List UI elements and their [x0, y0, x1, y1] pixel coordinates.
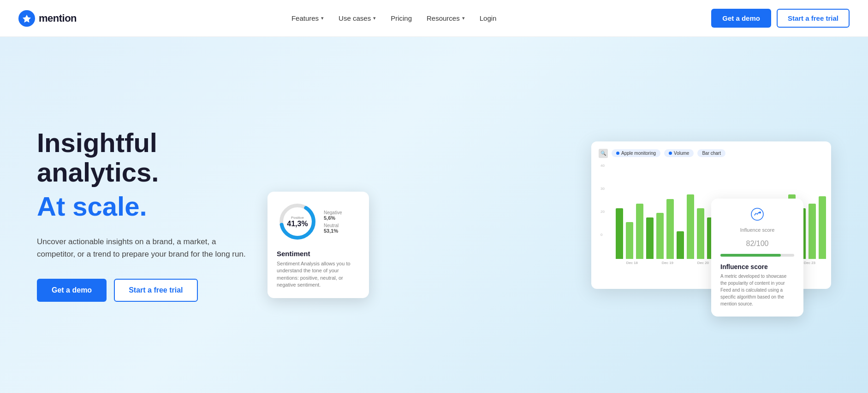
chart-bar: [809, 204, 816, 259]
sentiment-donut-area: Positive 41,3% Negative 5,6% Neutral 53,…: [277, 201, 360, 242]
chart-bar: [626, 222, 633, 259]
chart-bar: [819, 196, 826, 259]
pill-label-3: Bar chart: [702, 151, 721, 156]
influence-score-suffix: /100: [754, 240, 768, 247]
neutral-label: Neutral: [324, 223, 339, 228]
volume-pill: Volume: [664, 149, 694, 157]
influence-bar-fill: [720, 254, 781, 257]
x-axis-label: Dec 19: [651, 261, 684, 265]
svg-marker-0: [23, 15, 31, 23]
pill-label-2: Volume: [674, 151, 689, 156]
nav-item-login[interactable]: Login: [480, 14, 497, 22]
chevron-down-icon: ▾: [321, 15, 324, 21]
donut-positive-value: 41,3%: [287, 219, 308, 228]
logo-text: mention: [39, 12, 77, 24]
monitoring-pill: Apple monitoring: [612, 149, 660, 157]
logo-icon: [18, 10, 35, 27]
nav-login-link[interactable]: Login: [480, 14, 497, 22]
influence-card-title: Influence score: [720, 263, 794, 270]
influence-bar-background: [720, 254, 794, 257]
chevron-down-icon: ▾: [462, 15, 465, 21]
chart-bar: [697, 208, 704, 259]
nav-features-link[interactable]: Features ▾: [291, 14, 324, 22]
nav-item-features[interactable]: Features ▾: [291, 14, 324, 22]
influence-score-card: Influence score 82/100 Influence score A…: [711, 199, 803, 317]
chart-bar: [666, 199, 674, 259]
negative-stat: Negative 5,6%: [324, 210, 342, 221]
navbar: mention Features ▾ Use cases ▾ Pricing R…: [0, 0, 868, 37]
sentiment-card: Positive 41,3% Negative 5,6% Neutral 53,…: [268, 192, 369, 298]
negative-value: 5,6%: [324, 215, 335, 221]
chart-bar: [656, 213, 664, 259]
influence-score-label: Influence score: [720, 227, 794, 233]
sentiment-donut-chart: Positive 41,3%: [277, 201, 318, 242]
pill-dot: [616, 152, 619, 155]
chart-bar: [636, 204, 643, 259]
influence-score-number: 82: [746, 240, 755, 247]
neutral-value: 53,1%: [324, 228, 338, 234]
logo-link[interactable]: mention: [18, 10, 77, 27]
hero-content-left: Insightful analytics. At scale. Uncover …: [37, 128, 277, 302]
chart-bar: [616, 208, 623, 259]
chevron-down-icon: ▾: [373, 15, 376, 21]
nav-item-pricing[interactable]: Pricing: [391, 14, 412, 22]
pill-label: Apple monitoring: [621, 151, 656, 156]
chart-type-pill: Bar chart: [697, 149, 725, 157]
nav-use-cases-link[interactable]: Use cases ▾: [339, 14, 376, 22]
neutral-stat: Neutral 53,1%: [324, 223, 342, 234]
x-axis-label: Dec 18: [616, 261, 648, 265]
donut-positive-label: Positive: [287, 215, 308, 219]
influence-icon: [720, 208, 794, 223]
hero-headline-1: Insightful analytics.: [37, 128, 277, 187]
hero-headline-2: At scale.: [37, 190, 277, 223]
svg-point-4: [759, 211, 761, 213]
hero-get-demo-button[interactable]: Get a demo: [37, 279, 107, 302]
hero-section: Insightful analytics. At scale. Uncover …: [0, 37, 868, 393]
hero-start-trial-button[interactable]: Start a free trial: [114, 279, 197, 302]
donut-center-label: Positive 41,3%: [287, 215, 308, 228]
hero-cta-buttons: Get a demo Start a free trial: [37, 279, 277, 302]
nav-links: Features ▾ Use cases ▾ Pricing Resources…: [291, 14, 497, 22]
influence-score-value: 82/100: [720, 235, 794, 249]
chart-bar: [687, 194, 694, 259]
nav-buttons: Get a demo Start a free trial: [711, 9, 850, 28]
nav-get-demo-button[interactable]: Get a demo: [711, 9, 771, 28]
chart-bar: [677, 231, 684, 259]
pill-dot-2: [669, 152, 672, 155]
sentiment-stats: Negative 5,6% Neutral 53,1%: [324, 210, 342, 234]
nav-resources-link[interactable]: Resources ▾: [427, 14, 465, 22]
sentiment-card-description: Sentiment Analysis allows you to underst…: [277, 260, 360, 289]
y-axis-labels: 40 30 20 0: [599, 164, 606, 237]
hero-subtext: Uncover actionable insights on a brand, …: [37, 235, 249, 260]
nav-start-trial-button[interactable]: Start a free trial: [777, 9, 850, 28]
nav-item-use-cases[interactable]: Use cases ▾: [339, 14, 376, 22]
dashboard-toolbar: 🔍 Apple monitoring Volume Bar chart: [599, 149, 824, 158]
influence-card-description: A metric developed to showcase the popul…: [720, 273, 794, 307]
nav-pricing-link[interactable]: Pricing: [391, 14, 412, 22]
chart-bar: [646, 217, 654, 259]
search-icon: 🔍: [599, 149, 608, 158]
nav-item-resources[interactable]: Resources ▾: [427, 14, 465, 22]
hero-visual-right: 🔍 Apple monitoring Volume Bar chart 40 3: [277, 141, 831, 289]
negative-label: Negative: [324, 210, 342, 215]
sentiment-card-title: Sentiment: [277, 250, 360, 258]
